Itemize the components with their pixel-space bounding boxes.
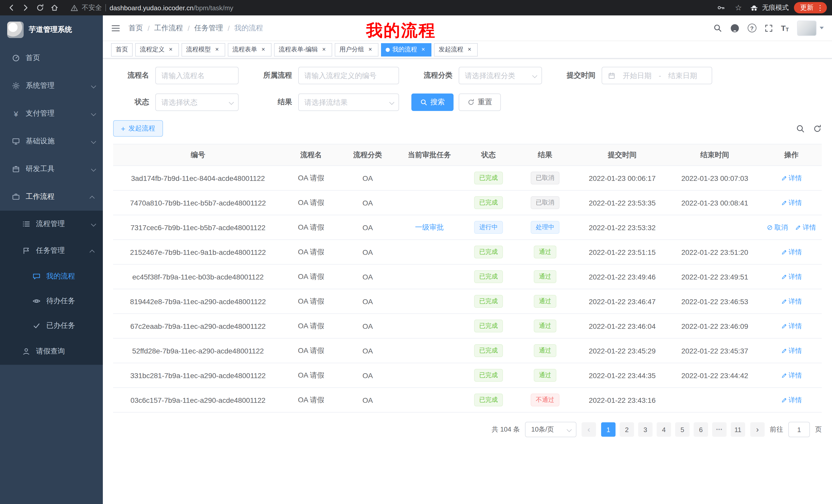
prev-page-button[interactable]: ‹: [581, 422, 596, 437]
start-date-input[interactable]: [619, 72, 656, 80]
cell-process-name: OA 请假: [283, 338, 339, 363]
home-icon[interactable]: [48, 2, 61, 14]
tab-item-7[interactable]: 发起流程×: [434, 43, 478, 56]
sidebar-item-todo-tasks[interactable]: 待办任务: [0, 289, 103, 313]
forward-icon[interactable]: [20, 2, 32, 14]
bookmark-star-icon[interactable]: ☆: [732, 2, 745, 14]
submit-time-range-picker[interactable]: -: [602, 67, 712, 84]
current-task-link[interactable]: 一级审批: [415, 223, 444, 231]
page-button-6[interactable]: 6: [694, 422, 708, 437]
status-select-input[interactable]: [161, 98, 226, 106]
detail-action-link[interactable]: 详情: [795, 223, 816, 232]
cell-result: 已取消: [514, 166, 576, 190]
page-button-5[interactable]: 5: [675, 422, 690, 437]
github-icon[interactable]: [730, 23, 739, 33]
detail-action-link[interactable]: 详情: [781, 247, 802, 257]
sidebar-item-devtools[interactable]: 研发工具: [0, 155, 103, 183]
table-header-row: 编号 流程名 流程分类 当前审批任务 状态 结果 提交时间 结束时间 操作: [113, 144, 822, 166]
tab-item-5[interactable]: 用户分组×: [335, 43, 379, 56]
create-process-button[interactable]: + 发起流程: [113, 120, 163, 137]
process-table-body: 3ad174fb-7b9d-11ec-8404-acde48001122OA 请…: [113, 166, 822, 412]
goto-label: 前往: [770, 425, 783, 434]
detail-action-link[interactable]: 详情: [781, 173, 802, 183]
font-size-icon[interactable]: TT: [781, 24, 789, 32]
tab-close-icon[interactable]: ×: [367, 46, 374, 53]
breadcrumb-task-management[interactable]: 任务管理: [194, 23, 223, 33]
reset-button[interactable]: 重置: [459, 93, 501, 111]
process-name-input[interactable]: [161, 72, 232, 80]
cell-current-task: [396, 314, 463, 338]
back-icon[interactable]: [5, 2, 18, 14]
sidebar-toggle-icon[interactable]: [111, 24, 120, 32]
tab-close-icon[interactable]: ×: [420, 46, 427, 53]
help-icon[interactable]: ?: [747, 24, 756, 32]
chevron-down-icon: [91, 137, 95, 145]
status-select[interactable]: [155, 93, 239, 111]
cell-end-time: 2022-01-22 23:45:37: [669, 338, 761, 363]
detail-action-link[interactable]: 详情: [781, 395, 802, 404]
category-select-input[interactable]: [465, 72, 529, 80]
sidebar-item-task-management[interactable]: 任务管理: [0, 237, 103, 264]
refresh-icon[interactable]: [813, 124, 822, 133]
tab-item-6[interactable]: 我的流程×: [381, 43, 432, 56]
column-header-id: 编号: [113, 144, 283, 166]
search-toggle-icon[interactable]: [796, 124, 805, 133]
sidebar-item-leave-query[interactable]: 请假查询: [0, 338, 103, 365]
sidebar-item-done-tasks[interactable]: 已办任务: [0, 313, 103, 338]
cancel-action-link[interactable]: 取消: [767, 223, 788, 232]
page-button-11[interactable]: 11: [731, 422, 745, 437]
tab-item-0[interactable]: 首页: [111, 43, 133, 56]
cell-id: 3ad174fb-7b9d-11ec-8404-acde48001122: [113, 166, 283, 190]
tab-close-icon[interactable]: ×: [466, 46, 473, 53]
detail-action-link[interactable]: 详情: [781, 321, 802, 331]
tab-item-1[interactable]: 流程定义×: [135, 43, 179, 56]
tab-close-icon[interactable]: ×: [213, 46, 220, 53]
tab-close-icon[interactable]: ×: [167, 46, 174, 53]
tab-close-icon[interactable]: ×: [320, 46, 328, 53]
key-icon[interactable]: [715, 2, 727, 14]
end-date-input[interactable]: [664, 72, 701, 80]
detail-action-link[interactable]: 详情: [781, 371, 802, 380]
search-icon[interactable]: [713, 24, 722, 32]
fullscreen-icon[interactable]: [764, 24, 773, 32]
sidebar-item-infrastructure[interactable]: 基础设施: [0, 128, 103, 155]
page-button-4[interactable]: 4: [657, 422, 671, 437]
detail-action-link[interactable]: 详情: [781, 272, 802, 281]
tab-item-2[interactable]: 流程模型×: [182, 43, 225, 56]
page-button-2[interactable]: 2: [620, 422, 634, 437]
sidebar-item-home[interactable]: 首页: [0, 44, 103, 72]
address-bar[interactable]: 不安全 dashboard.yudao.iocoder.cn/bpm/task/…: [70, 2, 713, 14]
breadcrumb-workflow[interactable]: 工作流程: [154, 23, 183, 33]
user-menu[interactable]: [797, 20, 824, 36]
logo[interactable]: 芋道管理系统: [0, 16, 103, 44]
browser-menu-dots-icon[interactable]: ⋮: [816, 4, 824, 12]
result-select[interactable]: [298, 93, 399, 111]
category-select[interactable]: [459, 67, 542, 84]
cell-submit-time: 2022-01-23 00:06:17: [576, 166, 669, 190]
sidebar-item-my-process[interactable]: 我的流程: [0, 264, 103, 289]
next-page-button[interactable]: ›: [750, 422, 765, 437]
page-size-select[interactable]: 10条/页: [525, 422, 576, 437]
breadcrumb-home[interactable]: 首页: [129, 23, 143, 33]
sidebar-item-payment[interactable]: ¥ 支付管理: [0, 100, 103, 128]
owner-process-input[interactable]: [305, 72, 393, 80]
sidebar-item-process-management[interactable]: 流程管理: [0, 211, 103, 237]
table-row: 7317cec6-7b9b-11ec-b5b7-acde48001122OA 请…: [113, 215, 822, 240]
page-size-value: 10条/页: [531, 425, 554, 434]
detail-action-link[interactable]: 详情: [781, 297, 802, 306]
detail-action-link[interactable]: 详情: [781, 198, 802, 207]
page-more-button[interactable]: •••: [712, 422, 727, 437]
tab-close-icon[interactable]: ×: [260, 46, 267, 53]
sidebar-item-workflow[interactable]: 工作流程: [0, 183, 103, 211]
result-select-input[interactable]: [305, 98, 386, 106]
page-button-1[interactable]: 1: [601, 422, 616, 437]
tab-item-3[interactable]: 流程表单×: [228, 43, 271, 56]
sidebar-item-system[interactable]: 系统管理: [0, 72, 103, 100]
update-button[interactable]: 更新 ⋮: [794, 2, 827, 13]
goto-page-input[interactable]: [788, 422, 810, 437]
reload-icon[interactable]: [34, 2, 46, 14]
page-button-3[interactable]: 3: [638, 422, 653, 437]
search-button[interactable]: 搜索: [411, 93, 453, 111]
tab-item-4[interactable]: 流程表单-编辑×: [274, 43, 332, 56]
detail-action-link[interactable]: 详情: [781, 346, 802, 355]
